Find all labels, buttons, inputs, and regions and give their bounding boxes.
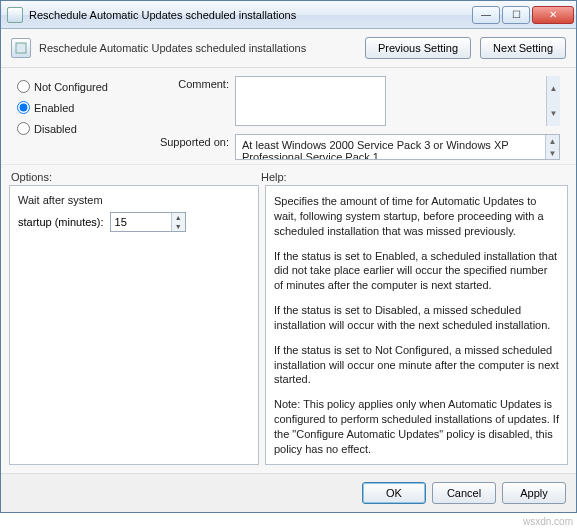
comment-scroll-down-icon[interactable]: ▼ xyxy=(546,101,560,126)
help-para-1: Specifies the amount of time for Automat… xyxy=(274,194,559,239)
watermark: wsxdn.com xyxy=(523,516,573,527)
wait-minutes-spinner[interactable]: ▲ ▼ xyxy=(110,212,186,232)
cancel-button[interactable]: Cancel xyxy=(432,482,496,504)
radio-enabled-input[interactable] xyxy=(17,101,30,114)
panels: Wait after system startup (minutes): ▲ ▼… xyxy=(1,185,576,473)
radio-not-configured[interactable]: Not Configured xyxy=(17,80,137,93)
help-section-label: Help: xyxy=(261,171,566,183)
ok-button[interactable]: OK xyxy=(362,482,426,504)
previous-setting-button[interactable]: Previous Setting xyxy=(365,37,471,59)
wait-label-line2: startup (minutes): xyxy=(18,216,104,228)
svg-rect-1 xyxy=(16,43,26,53)
radio-disabled-input[interactable] xyxy=(17,122,30,135)
dialog-footer: OK Cancel Apply xyxy=(1,473,576,512)
supported-on-text: At least Windows 2000 Service Pack 3 or … xyxy=(235,134,560,160)
radio-disabled[interactable]: Disabled xyxy=(17,122,137,135)
section-labels: Options: Help: xyxy=(1,165,576,185)
app-icon xyxy=(7,7,23,23)
next-setting-button[interactable]: Next Setting xyxy=(480,37,566,59)
radio-not-configured-label: Not Configured xyxy=(34,81,108,93)
supported-scroll-down-icon[interactable]: ▼ xyxy=(545,147,559,159)
state-radio-group: Not Configured Enabled Disabled xyxy=(17,76,137,160)
header: Reschedule Automatic Updates scheduled i… xyxy=(1,29,576,68)
dialog-window: Reschedule Automatic Updates scheduled i… xyxy=(0,0,577,513)
spinner-up-icon[interactable]: ▲ xyxy=(172,213,185,222)
supported-scroll-up-icon[interactable]: ▲ xyxy=(545,135,559,147)
options-panel: Wait after system startup (minutes): ▲ ▼ xyxy=(9,185,259,465)
policy-icon xyxy=(11,38,31,58)
help-para-3: If the status is set to Disabled, a miss… xyxy=(274,303,559,333)
policy-title: Reschedule Automatic Updates scheduled i… xyxy=(39,42,306,54)
maximize-button[interactable]: ☐ xyxy=(502,6,530,24)
comment-input[interactable] xyxy=(235,76,386,126)
apply-button[interactable]: Apply xyxy=(502,482,566,504)
help-para-5: Note: This policy applies only when Auto… xyxy=(274,397,559,456)
help-para-4: If the status is set to Not Configured, … xyxy=(274,343,559,388)
comment-label: Comment: xyxy=(149,76,229,90)
config-area: Not Configured Enabled Disabled Comment:… xyxy=(1,68,576,165)
radio-enabled[interactable]: Enabled xyxy=(17,101,137,114)
close-button[interactable]: ✕ xyxy=(532,6,574,24)
spinner-down-icon[interactable]: ▼ xyxy=(172,222,185,231)
comment-scroll-up-icon[interactable]: ▲ xyxy=(546,76,560,101)
radio-disabled-label: Disabled xyxy=(34,123,77,135)
minimize-button[interactable]: — xyxy=(472,6,500,24)
titlebar: Reschedule Automatic Updates scheduled i… xyxy=(1,1,576,29)
help-panel: Specifies the amount of time for Automat… xyxy=(265,185,568,465)
radio-enabled-label: Enabled xyxy=(34,102,74,114)
window-title: Reschedule Automatic Updates scheduled i… xyxy=(29,9,296,21)
wait-minutes-input[interactable] xyxy=(111,213,171,231)
supported-on-value: At least Windows 2000 Service Pack 3 or … xyxy=(242,139,508,160)
options-section-label: Options: xyxy=(11,171,261,183)
supported-label: Supported on: xyxy=(149,134,229,148)
help-para-2: If the status is set to Enabled, a sched… xyxy=(274,249,559,294)
radio-not-configured-input[interactable] xyxy=(17,80,30,93)
svg-rect-0 xyxy=(10,10,20,20)
wait-label-line1: Wait after system xyxy=(18,194,250,206)
